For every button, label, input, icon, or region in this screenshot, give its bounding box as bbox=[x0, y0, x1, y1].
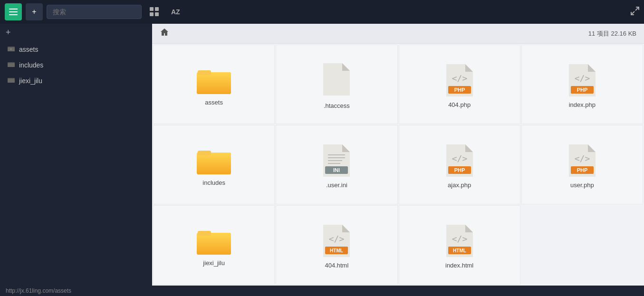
sidebar: + + assets includes bbox=[0, 24, 152, 286]
file-name-userini: .user.ini bbox=[326, 181, 347, 189]
svg-marker-36 bbox=[342, 144, 350, 152]
svg-marker-44 bbox=[465, 144, 473, 152]
sort-button[interactable]: AZ bbox=[167, 6, 184, 18]
svg-marker-62 bbox=[465, 225, 473, 232]
svg-rect-33 bbox=[197, 153, 231, 174]
svg-rect-19 bbox=[198, 70, 211, 75]
svg-marker-28 bbox=[588, 64, 596, 72]
svg-text:PHP: PHP bbox=[454, 87, 465, 93]
svg-text:</>: </> bbox=[575, 153, 590, 163]
file-name-404php: 404.php bbox=[448, 101, 471, 108]
sidebar-item-includes[interactable]: includes bbox=[0, 57, 152, 73]
svg-marker-57 bbox=[342, 225, 350, 232]
folder-plus-icon: + bbox=[8, 45, 15, 53]
sidebar-add-button[interactable]: + bbox=[6, 28, 11, 38]
grid-view-button[interactable] bbox=[145, 5, 163, 19]
file-name-userphp: user.php bbox=[570, 181, 594, 189]
folder-icon-jiexi-jilu bbox=[197, 227, 231, 255]
file-item-ajaxphp[interactable]: </> PHP ajax.php bbox=[399, 125, 520, 204]
svg-rect-54 bbox=[197, 233, 231, 255]
svg-rect-18 bbox=[197, 72, 231, 94]
svg-line-9 bbox=[631, 11, 634, 15]
file-item-assets[interactable]: assets bbox=[153, 45, 275, 124]
content-toolbar: 11 项目 22.16 KB bbox=[152, 24, 644, 44]
svg-text:HTML: HTML bbox=[453, 248, 466, 253]
svg-marker-49 bbox=[588, 144, 596, 152]
file-icon-404php: </> PHP bbox=[446, 64, 473, 96]
svg-text:HTML: HTML bbox=[330, 248, 343, 253]
file-name-indexhtml: index.html bbox=[445, 262, 473, 269]
svg-rect-6 bbox=[150, 12, 154, 16]
svg-text:PHP: PHP bbox=[454, 167, 465, 173]
home-breadcrumb[interactable] bbox=[160, 28, 169, 39]
file-name-jiexi-jilu: jiexi_jilu bbox=[203, 259, 225, 267]
folder-icon-includes bbox=[197, 147, 231, 174]
file-item-userini[interactable]: INI .user.ini bbox=[276, 125, 397, 204]
file-item-jiexi-jilu[interactable]: jiexi_jilu bbox=[153, 205, 275, 285]
file-item-htaccess[interactable]: .htaccess bbox=[276, 45, 397, 124]
svg-text:</>: </> bbox=[575, 73, 590, 83]
file-name-ajaxphp: ajax.php bbox=[448, 181, 471, 189]
svg-text:INI: INI bbox=[333, 167, 340, 173]
add-button[interactable]: + bbox=[26, 3, 43, 20]
search-input[interactable] bbox=[47, 5, 142, 19]
svg-rect-7 bbox=[155, 12, 159, 16]
file-name-assets: assets bbox=[205, 99, 223, 106]
sidebar-item-includes-label: includes bbox=[19, 61, 43, 69]
file-icon-indexphp: </> PHP bbox=[569, 64, 596, 96]
svg-line-8 bbox=[635, 7, 639, 10]
file-item-indexhtml[interactable]: </> HTML index.html bbox=[399, 205, 520, 285]
file-item-indexphp[interactable]: </> PHP index.php bbox=[521, 45, 643, 124]
svg-rect-3 bbox=[16, 9, 18, 10]
svg-text:PHP: PHP bbox=[577, 167, 588, 173]
svg-rect-4 bbox=[150, 7, 154, 11]
folder-icon-2 bbox=[8, 76, 15, 85]
svg-text:+: + bbox=[10, 48, 12, 51]
sidebar-item-assets-label: assets bbox=[19, 46, 38, 53]
file-name-404html: 404.html bbox=[325, 262, 348, 269]
svg-text:</>: </> bbox=[452, 153, 467, 163]
file-grid: assets .htaccess </> bbox=[152, 44, 644, 286]
svg-rect-14 bbox=[8, 63, 15, 67]
sidebar-item-assets[interactable]: + assets bbox=[0, 41, 152, 57]
expand-button[interactable] bbox=[631, 7, 639, 17]
svg-rect-2 bbox=[9, 14, 18, 15]
main-layout: + + assets includes bbox=[0, 24, 644, 286]
menu-button[interactable] bbox=[5, 3, 22, 20]
file-icon-userphp: </> PHP bbox=[569, 144, 596, 177]
topbar: + AZ bbox=[0, 0, 644, 24]
file-icon-userini: INI bbox=[323, 144, 350, 177]
svg-rect-34 bbox=[198, 151, 211, 155]
svg-text:PHP: PHP bbox=[577, 87, 588, 93]
file-name-htaccess: .htaccess bbox=[324, 102, 350, 109]
item-count: 11 项目 22.16 KB bbox=[588, 29, 636, 38]
content-area: 11 项目 22.16 KB bbox=[152, 24, 644, 286]
svg-rect-16 bbox=[8, 79, 15, 83]
sidebar-header: + bbox=[0, 24, 152, 41]
file-name-includes: includes bbox=[202, 179, 225, 186]
file-item-userphp[interactable]: </> PHP user.php bbox=[521, 125, 643, 204]
svg-rect-1 bbox=[9, 11, 18, 12]
svg-marker-21 bbox=[342, 63, 350, 71]
file-icon-404html: </> HTML bbox=[323, 225, 350, 257]
status-url: http://jx.61ling.com/assets bbox=[6, 287, 71, 294]
svg-marker-23 bbox=[465, 64, 473, 72]
file-icon-indexhtml: </> HTML bbox=[446, 225, 473, 257]
statusbar: http://jx.61ling.com/assets bbox=[0, 286, 644, 296]
folder-icon bbox=[8, 61, 15, 69]
sidebar-item-jiexi-jilu[interactable]: jiexi_jilu bbox=[0, 73, 152, 88]
folder-icon-assets bbox=[197, 67, 231, 94]
file-item-404html[interactable]: </> HTML 404.html bbox=[276, 205, 397, 285]
file-icon-htaccess bbox=[323, 63, 350, 97]
svg-rect-5 bbox=[155, 7, 159, 11]
file-name-indexphp: index.php bbox=[569, 101, 596, 108]
svg-rect-55 bbox=[198, 231, 211, 236]
file-icon-ajaxphp: </> PHP bbox=[446, 144, 473, 177]
svg-text:</>: </> bbox=[452, 73, 467, 83]
svg-text:</>: </> bbox=[329, 234, 345, 244]
file-item-includes[interactable]: includes bbox=[153, 125, 275, 204]
sidebar-item-jiexi-jilu-label: jiexi_jilu bbox=[19, 77, 42, 85]
svg-text:</>: </> bbox=[452, 234, 467, 244]
file-item-404php[interactable]: </> PHP 404.php bbox=[399, 45, 520, 124]
